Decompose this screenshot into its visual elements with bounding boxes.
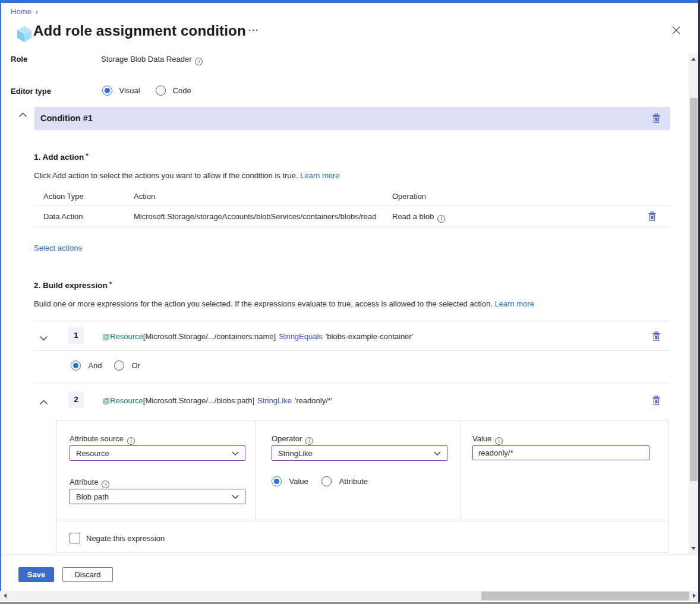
info-icon[interactable]: [195, 58, 203, 65]
info-icon[interactable]: [102, 480, 109, 488]
info-icon[interactable]: [437, 215, 445, 223]
expression-attribute-path: [Microsoft.Storage/.../blobs:path]: [143, 396, 254, 405]
radio-attribute-label: Attribute: [339, 477, 368, 486]
expression-attribute-path: [Microsoft.Storage/.../containers:name]: [143, 332, 276, 341]
select-actions-link[interactable]: Select actions: [34, 244, 82, 252]
table-row-divider: [34, 227, 670, 227]
radio-attribute[interactable]: [321, 476, 332, 486]
resource-cube-icon: [16, 25, 33, 45]
info-icon[interactable]: [495, 437, 503, 445]
window-top-border: [0, 0, 700, 3]
radio-visual[interactable]: [102, 86, 112, 96]
breadcrumb: Home›: [11, 7, 38, 16]
build-expression-heading: 2. Build expression*: [34, 280, 112, 290]
chevron-up-icon[interactable]: [39, 397, 48, 407]
radio-or-label: Or: [132, 361, 140, 370]
learn-more-link[interactable]: Learn more: [300, 171, 339, 180]
negate-label: Negate this expression: [86, 534, 165, 543]
builder-column-divider: [461, 420, 461, 521]
operator-value: StringLike: [278, 449, 313, 458]
discard-button[interactable]: Discard: [62, 567, 113, 582]
close-icon[interactable]: [671, 26, 683, 37]
expression-divider: [34, 321, 670, 321]
operator-dropdown[interactable]: StringLike: [272, 445, 447, 461]
radio-visual-label: Visual: [119, 86, 140, 95]
value-label: Value: [472, 434, 503, 445]
expression-resource[interactable]: @Resource: [102, 396, 143, 405]
logical-operator-radio-group: And Or: [71, 360, 140, 371]
expression-number: 2: [68, 391, 84, 408]
delete-expression-icon[interactable]: [652, 331, 661, 341]
expression-operator[interactable]: StringLike: [257, 396, 292, 405]
info-icon[interactable]: [305, 437, 313, 445]
table-cell-action: Microsoft.Storage/storageAccounts/blobSe…: [134, 212, 376, 221]
vertical-scrollbar[interactable]: [689, 53, 698, 555]
scroll-up-icon[interactable]: [691, 58, 696, 61]
chevron-down-icon: [434, 451, 441, 456]
required-marker: *: [109, 280, 112, 289]
expression-divider: [34, 382, 670, 383]
horizontal-scrollbar-thumb[interactable]: [481, 592, 689, 600]
value-input[interactable]: [472, 445, 649, 460]
add-action-description-text: Click Add action to select the actions y…: [34, 171, 298, 180]
radio-value[interactable]: [272, 476, 282, 486]
add-action-description: Click Add action to select the actions y…: [34, 171, 340, 180]
chevron-down-icon: [232, 495, 239, 499]
add-role-assignment-condition-page: Home› Add role assignment condition ··· …: [0, 0, 700, 604]
add-action-heading-text: 1. Add action: [34, 153, 84, 162]
breadcrumb-separator-icon: ›: [36, 7, 38, 16]
attribute-dropdown[interactable]: Blob path: [70, 489, 245, 504]
page-title: Add role assignment condition: [33, 23, 246, 39]
add-action-heading: 1. Add action*: [34, 152, 89, 162]
chevron-down-icon: [232, 451, 239, 456]
window-left-border: [0, 3, 1, 591]
horizontal-scrollbar[interactable]: [0, 591, 700, 601]
radio-and[interactable]: [71, 360, 81, 371]
role-value-text: Storage Blob Data Reader: [101, 55, 191, 64]
build-expression-description-text: Build one or more expressions for the ac…: [34, 299, 493, 308]
radio-or[interactable]: [114, 360, 124, 371]
editor-type-label: Editor type: [11, 87, 51, 96]
expression-operator[interactable]: StringEquals: [279, 332, 323, 341]
attribute-label: Attribute: [70, 477, 109, 488]
attribute-value: Blob path: [76, 492, 109, 501]
delete-condition-icon[interactable]: [652, 113, 661, 123]
delete-action-icon[interactable]: [648, 211, 657, 221]
chevron-up-icon[interactable]: [18, 109, 27, 120]
expression-summary: @Resource[Microsoft.Storage/.../blobs:pa…: [102, 396, 332, 405]
scroll-left-icon[interactable]: [4, 593, 7, 598]
info-icon[interactable]: [127, 437, 135, 445]
expression-value: 'blobs-example-container': [326, 332, 413, 341]
vertical-scrollbar-thumb[interactable]: [690, 98, 698, 481]
expression-resource[interactable]: @Resource: [102, 332, 143, 341]
operation-text: Read a blob: [392, 212, 434, 221]
attribute-source-dropdown[interactable]: Resource: [70, 445, 245, 461]
scroll-down-icon[interactable]: [691, 547, 696, 550]
learn-more-link[interactable]: Learn more: [494, 299, 534, 308]
column-header-operation: Operation: [392, 192, 426, 201]
radio-code-label: Code: [173, 86, 191, 95]
table-cell-action-type: Data Action: [43, 212, 83, 221]
delete-expression-icon[interactable]: [652, 396, 661, 405]
chevron-down-icon[interactable]: [39, 333, 48, 343]
condition-header[interactable]: Condition #1: [34, 107, 670, 130]
expression-number: 1: [68, 327, 84, 344]
table-cell-operation: Read a blob: [392, 212, 445, 223]
scroll-right-icon[interactable]: [693, 593, 696, 598]
expression-value: 'readonly/*': [295, 396, 333, 405]
attribute-label-text: Attribute: [70, 477, 98, 486]
negate-checkbox[interactable]: [70, 533, 80, 543]
attribute-source-value: Resource: [76, 449, 109, 458]
role-label: Role: [11, 55, 27, 64]
operator-label: Operator: [272, 434, 313, 445]
footer-divider: [0, 555, 689, 555]
operator-label-text: Operator: [272, 434, 302, 443]
column-header-action: Action: [134, 192, 155, 201]
save-button[interactable]: Save: [18, 567, 54, 582]
value-type-radio-group: Value Attribute: [272, 476, 368, 486]
more-options-icon[interactable]: ···: [248, 25, 259, 35]
radio-code[interactable]: [156, 86, 166, 96]
breadcrumb-home-link[interactable]: Home: [11, 7, 31, 16]
column-header-action-type: Action Type: [43, 192, 84, 201]
builder-row-divider: [57, 521, 668, 521]
